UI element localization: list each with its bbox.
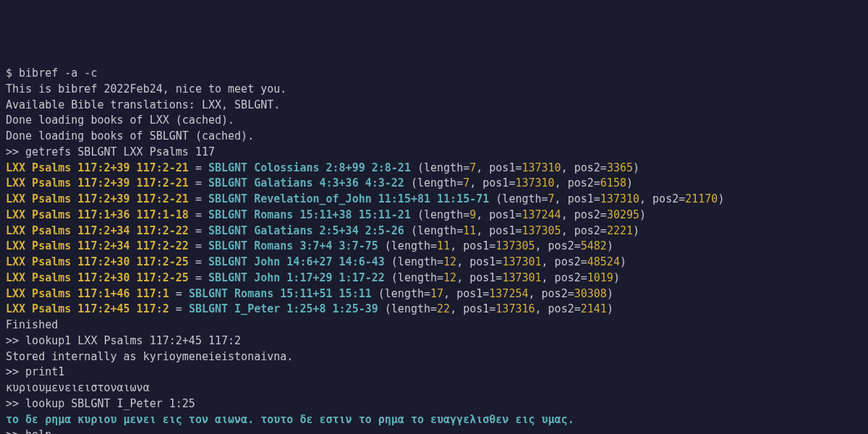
paren-pos1: , pos1= [476,224,522,237]
equals: = [189,224,208,237]
stored-line: Stored internally as kyrioymeneieistonai… [6,349,862,365]
equals: = [189,192,208,205]
ref-line-2: LXX Psalms 117:2+39 117:2-21 = SBLGNT Re… [6,192,862,208]
greek-line-2: το δε ρημα κυριου μενει εις τον αιωνα. τ… [6,412,862,428]
paren-close: ) [633,161,639,174]
ref-line-7: LXX Psalms 117:2+30 117:2-25 = SBLGNT Jo… [6,271,862,286]
paren-length: (length= [489,192,548,205]
sblgnt-ref: SBLGNT Romans 3:7+4 3:7-75 [208,239,378,252]
pos1-val: 137305 [522,224,561,237]
paren-length: (length= [385,255,443,268]
greek-output-2: το δε ρημα κυριου μενει εις τον αιωνα. τ… [6,413,574,426]
paren-pos1: , pos1= [450,302,495,315]
repl-line-lookup1: >> lookup1 LXX Psalms 117:2+45 117:2 [6,333,862,349]
sblgnt-ref: SBLGNT Galatians 2:5+34 2:5-26 [208,224,404,237]
paren-pos2: , pos2= [535,302,581,315]
length-val: 12 [443,271,456,284]
paren-pos2: , pos2= [639,192,685,205]
paren-length: (length= [385,271,443,284]
ref-line-9: LXX Psalms 117:2+45 117:2 = SBLGNT I_Pet… [6,302,862,318]
length-val: 11 [463,224,476,237]
paren-length: (length= [404,224,463,237]
paren-pos1: , pos1= [456,271,502,284]
paren-pos1: , pos1= [476,208,522,221]
shell-prompt: $ [6,67,19,80]
ref-line-3: LXX Psalms 117:1+36 117:1-18 = SBLGNT Ro… [6,208,862,224]
greek-line-1: κυριουμενειειστοναιωνα [6,380,862,396]
repl-prompt: >> [6,428,25,434]
intro-text: This is bibref 2022Feb24, nice to meet y… [6,82,286,95]
repl-prompt: >> [6,145,25,158]
ref-line-0: LXX Psalms 117:2+39 117:2-21 = SBLGNT Co… [6,161,862,176]
pos2-val: 2141 [581,302,607,315]
paren-pos1: , pos1= [456,255,502,268]
paren-close: ) [718,192,724,205]
pos1-val: 137301 [502,271,541,284]
lxx-ref: LXX Psalms 117:2+45 117:2 [6,302,169,315]
lookup-command: lookup SBLGNT I_Peter 1:25 [25,397,195,410]
repl-prompt: >> [6,365,25,378]
pos2-val: 30295 [607,208,639,221]
paren-close: ) [620,255,626,268]
sblgnt-ref: SBLGNT Revelation_of_John 11:15+81 11:15… [208,192,489,205]
shell-command: bibref -a -c [19,67,97,80]
stored-text: Stored internally as kyrioymeneieistonai… [6,350,293,363]
paren-pos1: , pos1= [443,287,489,300]
paren-pos1: , pos1= [469,176,515,190]
pos2-val: 1019 [587,271,613,284]
paren-pos2: , pos2= [561,224,607,237]
repl-prompt: >> [6,397,25,410]
pos2-val: 5482 [581,239,607,252]
intro-line-1: Available Bible translations: LXX, SBLGN… [6,98,862,114]
pos2-val: 21170 [685,192,718,205]
paren-pos2: , pos2= [542,271,587,284]
pos1-val: 137244 [522,208,561,221]
finished-line: Finished [6,318,862,333]
length-val: 11 [437,239,450,252]
help-command: help [25,428,51,434]
lxx-ref: LXX Psalms 117:1+46 117:1 [6,287,169,300]
paren-close: ) [639,208,646,221]
paren-length: (length= [378,239,437,252]
paren-close: ) [607,287,613,300]
paren-close: ) [607,239,613,252]
paren-pos1: , pos1= [476,161,522,174]
length-val: 7 [548,192,555,205]
length-val: 9 [469,208,476,221]
intro-text: Done loading books of SBLGNT (cached). [6,129,254,142]
paren-close: ) [633,224,639,237]
paren-length: (length= [404,176,463,190]
paren-close: ) [607,302,613,315]
equals: = [189,255,208,268]
length-val: 12 [443,255,456,268]
intro-text: Done loading books of LXX (cached). [6,114,234,127]
ref-line-4: LXX Psalms 117:2+34 117:2-22 = SBLGNT Ga… [6,224,862,239]
repl-line-help: >> help [6,427,862,434]
paren-pos2: , pos2= [529,287,574,300]
pos1-val: 137254 [489,287,528,300]
paren-close: ) [626,176,633,190]
terminal-output[interactable]: $ bibref -a -cThis is bibref 2022Feb24, … [6,66,862,434]
repl-line-lookup: >> lookup SBLGNT I_Peter 1:25 [6,396,862,412]
paren-pos2: , pos2= [542,255,587,268]
paren-pos1: , pos1= [555,192,600,205]
sblgnt-ref: SBLGNT Galatians 4:3+36 4:3-22 [208,176,404,190]
equals: = [189,208,208,221]
intro-line-2: Done loading books of LXX (cached). [6,113,862,129]
pos1-val: 137310 [515,176,554,190]
paren-pos2: , pos2= [555,176,600,190]
equals: = [189,161,208,174]
paren-length: (length= [378,302,437,315]
equals: = [189,239,208,252]
lxx-ref: LXX Psalms 117:1+36 117:1-18 [6,208,189,221]
lxx-ref: LXX Psalms 117:2+39 117:2-21 [6,161,189,174]
paren-close: ) [613,271,620,284]
greek-output-1: κυριουμενειειστοναιωνα [6,381,150,394]
pos2-val: 30308 [574,287,607,300]
lxx-ref: LXX Psalms 117:2+30 117:2-25 [6,271,189,284]
sblgnt-ref: SBLGNT Romans 15:11+38 15:11-21 [208,208,411,221]
repl-line-print1: >> print1 [6,365,862,380]
equals: = [169,302,189,315]
sblgnt-ref: SBLGNT John 1:17+29 1:17-22 [208,271,385,284]
length-val: 22 [437,302,450,315]
